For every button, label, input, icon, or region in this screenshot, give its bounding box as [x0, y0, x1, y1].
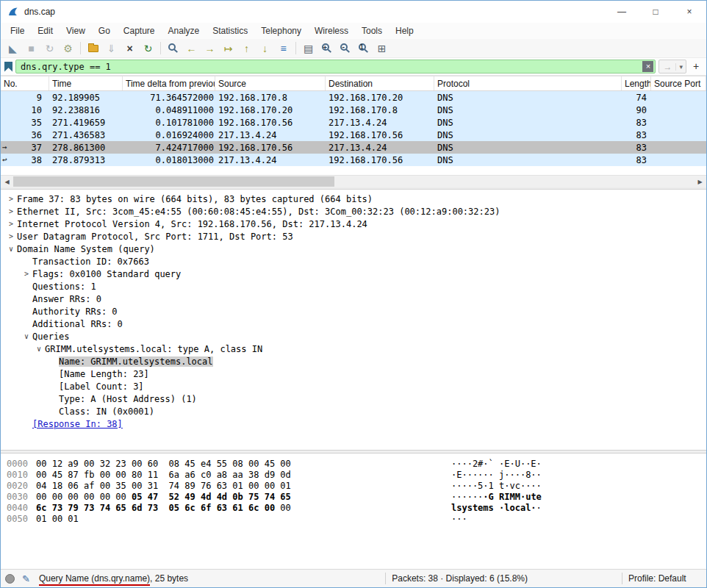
- hex-row[interactable]: 0010 00 45 87 fb 00 00 80 11 6a a6 c0 a8…: [1, 469, 706, 480]
- filter-apply-icon[interactable]: →: [659, 62, 675, 72]
- scroll-left-icon[interactable]: ◀: [1, 179, 13, 185]
- expert-info-icon[interactable]: [5, 574, 15, 584]
- menu-wireless[interactable]: Wireless: [308, 24, 355, 38]
- detail-answer-rrs[interactable]: Answer RRs: 0: [1, 293, 706, 305]
- auto-scroll-icon[interactable]: ≡: [274, 40, 293, 57]
- menu-analyze[interactable]: Analyze: [162, 24, 207, 38]
- capture-comment-icon[interactable]: ✎: [22, 573, 30, 584]
- hex-row[interactable]: 0030 00 00 00 00 00 00 05 47 52 49 4d 4d…: [1, 491, 706, 502]
- close-button[interactable]: ×: [672, 1, 706, 23]
- detail-ethernet[interactable]: >Ethernet II, Src: 3com_45:e4:55 (00:60:…: [1, 205, 706, 218]
- packet-row-37-selected[interactable]: →37 278.861300 7.424717000 192.168.170.5…: [1, 141, 706, 154]
- menu-statistics[interactable]: Statistics: [206, 24, 254, 38]
- menu-file[interactable]: File: [4, 24, 31, 38]
- menu-capture[interactable]: Capture: [117, 24, 162, 38]
- detail-questions[interactable]: Questions: 1: [1, 280, 706, 293]
- hex-row[interactable]: 0020 04 18 06 af 00 35 00 31 74 89 76 63…: [1, 480, 706, 491]
- detail-additional-rrs[interactable]: Additional RRs: 0: [1, 318, 706, 330]
- save-file-icon[interactable]: ⇓: [102, 40, 121, 57]
- col-source-port[interactable]: Source Port: [651, 76, 706, 90]
- reload-file-icon[interactable]: ↻: [139, 40, 157, 57]
- display-filter-input[interactable]: dns.qry.type == 1 ×: [15, 60, 656, 74]
- expander-icon[interactable]: >: [5, 220, 17, 228]
- packet-row-36[interactable]: 36 271.436583 0.016924000 217.13.4.24 19…: [1, 129, 706, 141]
- hex-row[interactable]: 0000 00 12 a9 00 32 23 00 60 08 45 e4 55…: [1, 458, 706, 469]
- open-file-icon[interactable]: [84, 40, 102, 57]
- packet-row-10[interactable]: 10 92.238816 0.048911000 192.168.170.20 …: [1, 104, 706, 116]
- expander-icon[interactable]: ∨: [5, 245, 17, 253]
- expander-icon[interactable]: >: [21, 270, 32, 278]
- close-file-icon[interactable]: ×: [121, 40, 139, 57]
- filter-dropdown-icon[interactable]: ▾: [675, 63, 686, 71]
- last-packet-icon[interactable]: ↓: [256, 40, 274, 57]
- detail-name-length[interactable]: [Name Length: 23]: [1, 368, 706, 380]
- toolbar-separator: [80, 42, 81, 54]
- detail-query-type[interactable]: Type: A (Host Address) (1): [1, 392, 706, 405]
- detail-dns[interactable]: ∨Domain Name System (query): [1, 243, 706, 255]
- hex-bytes: 01 00 01: [36, 514, 451, 524]
- hex-row[interactable]: 0050 01 00 01 ···: [1, 513, 706, 524]
- zoom-in-icon[interactable]: +: [317, 40, 336, 57]
- find-packet-icon[interactable]: [164, 40, 182, 57]
- packet-row-38[interactable]: ↩38 278.879313 0.018013000 217.13.4.24 1…: [1, 154, 706, 166]
- packet-list-hscrollbar[interactable]: ◀ ▶: [1, 175, 706, 187]
- cell-source: 217.13.4.24: [215, 130, 326, 140]
- menu-help[interactable]: Help: [389, 24, 420, 38]
- expander-icon[interactable]: >: [5, 232, 17, 240]
- menu-view[interactable]: View: [60, 24, 92, 38]
- expander-icon[interactable]: >: [5, 207, 17, 215]
- menu-telephony[interactable]: Telephony: [254, 24, 308, 38]
- start-capture-icon[interactable]: ◣: [4, 40, 22, 57]
- resize-columns-icon[interactable]: ⊞: [373, 40, 391, 57]
- restart-capture-icon[interactable]: ↻: [40, 40, 59, 57]
- col-protocol[interactable]: Protocol: [434, 76, 622, 90]
- detail-query-name-selected[interactable]: Name: GRIMM.utelsystems.local: [1, 355, 706, 368]
- menu-tools[interactable]: Tools: [355, 24, 389, 38]
- capture-options-icon[interactable]: ⚙: [59, 40, 77, 57]
- detail-queries[interactable]: ∨Queries: [1, 330, 706, 343]
- detail-frame[interactable]: >Frame 37: 83 bytes on wire (664 bits), …: [1, 193, 706, 205]
- detail-query-grimm[interactable]: ∨GRIMM.utelsystems.local: type A, class …: [1, 343, 706, 355]
- col-no[interactable]: No.: [1, 76, 49, 90]
- filter-bookmark-icon[interactable]: [4, 62, 12, 72]
- stop-capture-icon[interactable]: ■: [22, 40, 40, 57]
- expander-icon[interactable]: ∨: [33, 345, 45, 353]
- detail-authority-rrs[interactable]: Authority RRs: 0: [1, 305, 706, 318]
- col-source[interactable]: Source: [215, 76, 326, 90]
- detail-ip[interactable]: >Internet Protocol Version 4, Src: 192.1…: [1, 218, 706, 230]
- filter-clear-icon[interactable]: ×: [642, 61, 653, 72]
- first-packet-icon[interactable]: ↑: [237, 40, 256, 57]
- col-length[interactable]: Length: [622, 76, 651, 90]
- detail-query-class[interactable]: Class: IN (0x0001): [1, 405, 706, 417]
- filter-expression[interactable]: dns.qry.type == 1: [16, 62, 642, 72]
- zoom-out-icon[interactable]: -: [336, 40, 354, 57]
- detail-label-count[interactable]: [Label Count: 3]: [1, 380, 706, 392]
- menu-edit[interactable]: Edit: [31, 24, 60, 38]
- filter-apply-button[interactable]: → ▾: [658, 60, 686, 74]
- status-profile[interactable]: Profile: Default: [628, 573, 702, 584]
- expander-icon[interactable]: >: [5, 195, 17, 203]
- hex-row[interactable]: 0040 6c 73 79 73 74 65 6d 73 05 6c 6f 63…: [1, 502, 706, 513]
- zoom-reset-icon[interactable]: 1: [354, 40, 373, 57]
- goto-packet-icon[interactable]: ↦: [219, 40, 237, 57]
- scroll-right-icon[interactable]: ▶: [694, 179, 706, 185]
- detail-flags[interactable]: >Flags: 0x0100 Standard query: [1, 268, 706, 280]
- minimize-button[interactable]: —: [605, 1, 639, 23]
- expander-icon[interactable]: ∨: [21, 332, 32, 340]
- maximize-button[interactable]: □: [639, 1, 672, 23]
- detail-transaction-id[interactable]: Transaction ID: 0x7663: [1, 255, 706, 268]
- scrollbar-track[interactable]: [13, 176, 694, 187]
- packet-row-9[interactable]: 9 92.189905 71.364572000 192.168.170.8 1…: [1, 91, 706, 104]
- filter-add-button[interactable]: +: [689, 60, 703, 74]
- go-back-icon[interactable]: ←: [182, 40, 201, 57]
- packet-row-35[interactable]: 35 271.419659 0.101781000 192.168.170.56…: [1, 116, 706, 129]
- col-time[interactable]: Time: [49, 76, 123, 90]
- scrollbar-thumb[interactable]: [13, 176, 334, 187]
- go-forward-icon[interactable]: →: [201, 40, 219, 57]
- detail-udp[interactable]: >User Datagram Protocol, Src Port: 1711,…: [1, 230, 706, 243]
- detail-response-in-link[interactable]: [Response In: 38]: [1, 417, 706, 430]
- col-destination[interactable]: Destination: [326, 76, 434, 90]
- col-delta[interactable]: Time delta from previous displayed packe…: [123, 76, 215, 90]
- menu-go[interactable]: Go: [92, 24, 117, 38]
- colorize-icon[interactable]: ▤: [299, 40, 317, 57]
